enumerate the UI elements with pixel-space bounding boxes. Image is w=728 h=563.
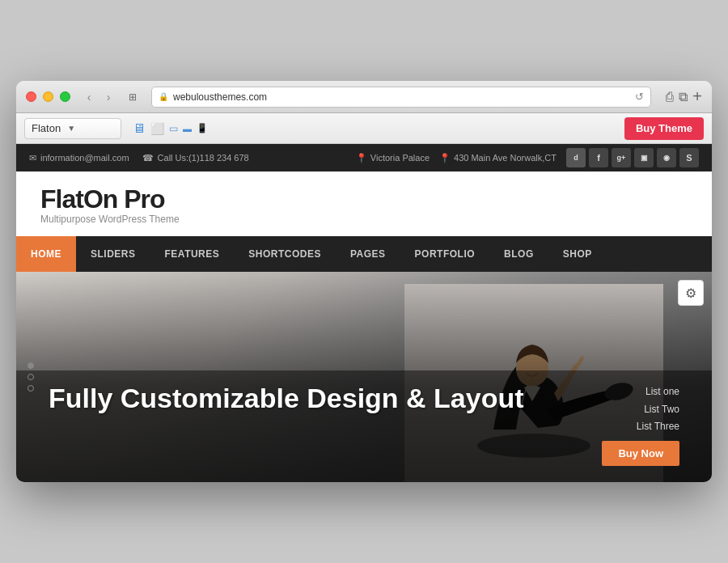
digg-icon[interactable]: d — [566, 148, 586, 167]
nav-sliders[interactable]: SLIDERS — [76, 236, 150, 272]
hero-title: Fully Customizable Design & Layout — [49, 383, 569, 413]
list-item-3: List Three — [637, 418, 679, 436]
site-title: FlatOn Pro — [40, 186, 180, 212]
list-item-1: List one — [637, 383, 679, 401]
social-icons: d f g+ ▣ ◉ S — [566, 148, 699, 167]
main-navigation: HOME SLIDERS FEATURES SHORTCODES PAGES P… — [16, 236, 712, 272]
nav-home[interactable]: HOME — [16, 236, 76, 272]
hero-bottom-bar: Fully Customizable Design & Layout List … — [16, 370, 712, 482]
info-bar-right: 📍 Victoria Palace 📍 430 Main Ave Norwalk… — [356, 148, 699, 167]
nav-features[interactable]: FEATURES — [150, 236, 235, 272]
site-logo: FlatOn Pro Multipurpose WordPress Theme — [40, 186, 180, 225]
browser-toolbar: Flaton ▼ 🖥 ⬜ ▭ ▬ 📱 Buy Theme — [16, 113, 712, 144]
facebook-icon[interactable]: f — [589, 148, 608, 167]
nav-blog[interactable]: BLOG — [489, 236, 548, 272]
theme-name: Flaton — [32, 122, 61, 134]
info-bar-left: ✉ information@mail.com ☎ Call Us:(1)118 … — [29, 153, 249, 163]
instagram-icon[interactable]: ▣ — [634, 148, 654, 167]
desktop-icon[interactable]: 🖥 — [133, 121, 146, 136]
hero-list: List one List Two List Three — [637, 383, 679, 436]
email-info: ✉ information@mail.com — [29, 153, 129, 163]
browser-nav-arrows: ‹ › — [80, 88, 117, 106]
email-text: information@mail.com — [40, 153, 129, 163]
laptop-icon[interactable]: ⬜ — [150, 122, 164, 135]
new-tab-button[interactable]: + — [692, 87, 702, 106]
list-item-2: List Two — [637, 401, 679, 419]
location1-text: Victoria Palace — [370, 153, 430, 163]
info-bar: ✉ information@mail.com ☎ Call Us:(1)118 … — [16, 144, 712, 171]
expand-button[interactable]: ⧉ — [679, 90, 688, 104]
slider-dot-2[interactable] — [28, 374, 34, 380]
tablet-icon[interactable]: ▭ — [169, 123, 178, 134]
location2: 📍 430 Main Ave Norwalk,CT — [439, 153, 557, 163]
traffic-lights — [26, 91, 70, 102]
nav-shop[interactable]: SHOP — [548, 236, 607, 272]
buy-now-button[interactable]: Buy Now — [602, 441, 679, 466]
location2-icon: 📍 — [439, 153, 451, 163]
nav-portfolio[interactable]: PORTFOLIO — [400, 236, 490, 272]
location1-icon: 📍 — [356, 153, 367, 163]
phone-info: ☎ Call Us:(1)118 234 678 — [142, 153, 249, 163]
url-bar[interactable]: 🔒 webulousthemes.com ↺ — [151, 87, 651, 108]
share-button[interactable]: ⎙ — [666, 90, 674, 104]
slider-dot-1[interactable] — [28, 362, 34, 369]
close-button[interactable] — [26, 91, 36, 102]
device-icons: 🖥 ⬜ ▭ ▬ 📱 — [133, 121, 208, 136]
phone-text: Call Us:(1)118 234 678 — [158, 153, 249, 163]
tablet-small-icon[interactable]: ▬ — [183, 124, 192, 133]
nav-pages[interactable]: PAGES — [336, 236, 400, 272]
slider-dot-3[interactable] — [28, 385, 34, 392]
location2-text: 430 Main Ave Norwalk,CT — [454, 153, 557, 163]
fullscreen-button[interactable] — [60, 91, 70, 102]
nav-shortcodes[interactable]: SHORTCODES — [234, 236, 336, 272]
gear-button[interactable]: ⚙ — [678, 280, 704, 306]
site-content: ✉ information@mail.com ☎ Call Us:(1)118 … — [16, 144, 712, 482]
url-text: webulousthemes.com — [173, 91, 267, 103]
site-subtitle: Multipurpose WordPress Theme — [40, 214, 180, 225]
minimize-button[interactable] — [43, 91, 53, 102]
location1: 📍 Victoria Palace — [356, 153, 430, 163]
title-bar: ‹ › ⊞ 🔒 webulousthemes.com ↺ ⎙ ⧉ + — [16, 81, 712, 113]
email-icon: ✉ — [29, 153, 36, 163]
hero-section: ⚙ Fully Customizable Design & Layout Lis… — [16, 272, 712, 482]
mobile-icon[interactable]: 📱 — [197, 123, 208, 133]
theme-selector[interactable]: Flaton ▼ — [24, 118, 121, 139]
google-plus-icon[interactable]: g+ — [612, 148, 631, 167]
back-button[interactable]: ‹ — [80, 88, 98, 106]
forward-button[interactable]: › — [99, 88, 117, 106]
tab-button[interactable]: ⊞ — [124, 88, 142, 106]
chevron-down-icon: ▼ — [67, 124, 75, 133]
phone-icon: ☎ — [142, 153, 154, 163]
mac-window: ‹ › ⊞ 🔒 webulousthemes.com ↺ ⎙ ⧉ + Flato… — [16, 81, 712, 482]
site-header: FlatOn Pro Multipurpose WordPress Theme — [16, 171, 712, 236]
refresh-button[interactable]: ↺ — [635, 91, 644, 103]
rss-icon[interactable]: ◉ — [657, 148, 676, 167]
slider-dots — [28, 362, 34, 392]
skype-icon[interactable]: S — [679, 148, 699, 167]
buy-theme-button[interactable]: Buy Theme — [624, 117, 704, 140]
lock-icon: 🔒 — [159, 92, 168, 101]
